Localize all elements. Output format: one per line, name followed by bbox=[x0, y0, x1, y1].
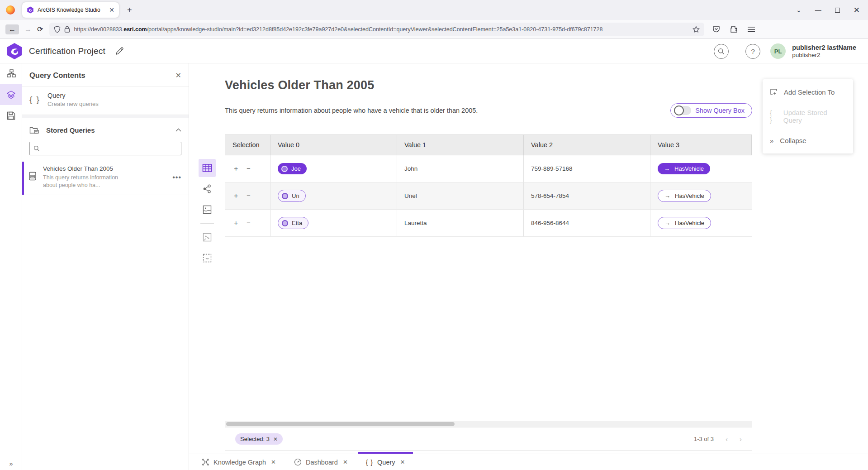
relationship-pill[interactable]: →HasVehicle bbox=[658, 190, 711, 202]
arrow-right-icon: → bbox=[664, 165, 670, 172]
app-window: ArcGIS Knowledge Studio ✕ + ⌄ — ✕ ← → ⟳ … bbox=[0, 0, 868, 470]
column-header: Value 0 bbox=[270, 135, 397, 155]
rail-item-contents[interactable] bbox=[0, 84, 22, 105]
stored-query-item[interactable]: Vehicles Older Than 2005 This query retu… bbox=[22, 162, 189, 195]
more-options-icon[interactable]: ••• bbox=[172, 173, 181, 182]
relationship-pill[interactable]: →HasVehicle bbox=[658, 163, 710, 174]
project-title: Certification Project bbox=[29, 46, 105, 56]
toolstrip-divider bbox=[200, 223, 214, 224]
edit-project-icon[interactable] bbox=[115, 47, 123, 55]
url-text: https://dev0028833.esri.com/portal/apps/… bbox=[74, 26, 689, 33]
column-header: Selection bbox=[225, 135, 270, 155]
add-to-selection-icon[interactable]: ＋ bbox=[232, 219, 239, 227]
lock-icon[interactable] bbox=[64, 26, 70, 33]
toggle-track bbox=[674, 106, 691, 115]
tab-dashboard[interactable]: Dashboard ✕ bbox=[286, 454, 356, 470]
next-page-icon[interactable]: › bbox=[740, 435, 742, 443]
extensions-icon[interactable] bbox=[730, 25, 738, 33]
tab-close-icon[interactable]: ✕ bbox=[271, 459, 276, 465]
forward-button[interactable]: → bbox=[24, 25, 32, 34]
arrow-right-icon: → bbox=[664, 220, 670, 226]
horizontal-scrollbar[interactable] bbox=[225, 421, 752, 427]
remove-from-selection-icon[interactable]: − bbox=[247, 192, 251, 200]
previous-page-icon[interactable]: ‹ bbox=[726, 435, 728, 443]
stored-queries-title: Stored Queries bbox=[46, 126, 169, 134]
menu-item-add-selection-to[interactable]: Add Selection To bbox=[763, 82, 853, 102]
avatar[interactable]: PL bbox=[770, 43, 786, 59]
tracking-shield-icon[interactable] bbox=[54, 26, 61, 33]
tab-close-icon[interactable]: ✕ bbox=[109, 6, 114, 14]
app-favicon-icon bbox=[27, 6, 34, 14]
selected-count-chip[interactable]: Selected: 3✕ bbox=[235, 433, 283, 445]
maximize-icon[interactable] bbox=[835, 8, 840, 13]
stored-queries-search[interactable] bbox=[29, 142, 181, 155]
table-row[interactable]: ＋− Joe John 759-889-57168 →HasVehicle bbox=[225, 155, 752, 182]
cell-phone: 578-654-7854 bbox=[524, 182, 650, 209]
tab-close-icon[interactable]: ✕ bbox=[400, 459, 405, 465]
query-braces-icon: { } bbox=[29, 95, 40, 105]
tab-query[interactable]: { } Query ✕ bbox=[358, 454, 413, 470]
stored-query-description: This query returns information about peo… bbox=[43, 174, 133, 189]
select-tool-button[interactable] bbox=[199, 249, 216, 267]
relationship-pill[interactable]: →HasVehicle bbox=[658, 217, 711, 229]
window-close-icon[interactable]: ✕ bbox=[854, 5, 860, 15]
search-input[interactable] bbox=[43, 145, 177, 152]
menu-hamburger-icon[interactable] bbox=[748, 26, 755, 33]
help-button[interactable]: ? bbox=[745, 44, 760, 59]
list-tabs-icon[interactable]: ⌄ bbox=[796, 6, 802, 14]
toggle-label: Show Query Box bbox=[695, 107, 745, 114]
tab-knowledge-graph[interactable]: Knowledge Graph ✕ bbox=[194, 454, 284, 470]
new-query-item[interactable]: { } Query Create new queries bbox=[22, 86, 189, 115]
menu-item-update-stored-query[interactable]: { } Update Stored Query bbox=[763, 102, 853, 130]
browser-tab[interactable]: ArcGIS Knowledge Studio ✕ bbox=[22, 2, 119, 18]
cell-name: John bbox=[397, 155, 524, 182]
scrollbar-thumb[interactable] bbox=[226, 422, 455, 426]
add-to-link-chart-button[interactable] bbox=[199, 228, 216, 246]
stored-queries-header[interactable]: Stored Queries bbox=[22, 118, 189, 142]
braces-icon: { } bbox=[770, 109, 777, 124]
tab-close-icon[interactable]: ✕ bbox=[343, 459, 348, 465]
query-item-title: Query bbox=[47, 92, 99, 99]
panel-close-icon[interactable]: ✕ bbox=[175, 71, 181, 80]
table-row[interactable]: ＋− Uri Uriel 578-654-7854 →HasVehicle bbox=[225, 182, 752, 210]
stored-query-file-icon bbox=[28, 172, 37, 181]
remove-from-selection-icon[interactable]: − bbox=[247, 219, 251, 227]
link-chart-view-button[interactable] bbox=[199, 180, 216, 198]
rail-item-project-tree[interactable] bbox=[0, 63, 22, 84]
clear-selection-icon[interactable]: ✕ bbox=[273, 436, 278, 442]
remove-from-selection-icon[interactable]: − bbox=[247, 164, 251, 173]
minimize-icon[interactable]: — bbox=[815, 6, 821, 14]
search-button[interactable] bbox=[714, 44, 729, 59]
content-tab-bar: Knowledge Graph ✕ Dashboard ✕ { } Query … bbox=[189, 454, 868, 470]
column-header: Value 1 bbox=[397, 135, 524, 155]
user-name: publisher2 lastName bbox=[792, 43, 856, 52]
browser-toolbar: ← → ⟳ https://dev0028833.esri.com/portal… bbox=[0, 20, 868, 39]
table-view-button[interactable] bbox=[199, 159, 216, 177]
new-tab-button[interactable]: + bbox=[127, 5, 132, 15]
user-subtitle: publisher2 bbox=[792, 52, 856, 59]
save-icon bbox=[7, 111, 15, 120]
user-info[interactable]: publisher2 lastName publisher2 bbox=[792, 43, 856, 59]
entity-dot-icon bbox=[282, 193, 288, 199]
pocket-icon[interactable] bbox=[712, 25, 720, 33]
menu-item-collapse[interactable]: » Collapse bbox=[763, 130, 853, 151]
show-query-box-toggle[interactable]: Show Query Box bbox=[670, 103, 752, 118]
panel-title: Query Contents bbox=[29, 71, 175, 80]
map-view-button[interactable] bbox=[199, 201, 216, 219]
expand-rail-icon[interactable]: » bbox=[0, 460, 22, 467]
chevron-up-icon bbox=[175, 128, 181, 132]
browser-tab-title: ArcGIS Knowledge Studio bbox=[38, 7, 105, 13]
add-to-selection-icon[interactable]: ＋ bbox=[232, 192, 239, 200]
url-bar[interactable]: https://dev0028833.esri.com/portal/apps/… bbox=[49, 23, 704, 36]
firefox-icon[interactable] bbox=[6, 5, 15, 14]
table-row[interactable]: ＋− Etta Lauretta 846-956-8644 →HasVehicl… bbox=[225, 210, 752, 237]
back-button[interactable]: ← bbox=[5, 24, 19, 34]
reload-button[interactable]: ⟳ bbox=[37, 25, 43, 34]
entity-pill[interactable]: Joe bbox=[278, 163, 307, 174]
add-to-selection-icon[interactable]: ＋ bbox=[232, 164, 239, 173]
bookmark-star-icon[interactable] bbox=[693, 26, 700, 33]
rail-item-save[interactable] bbox=[0, 105, 22, 126]
double-chevron-right-icon: » bbox=[770, 137, 773, 144]
entity-pill[interactable]: Etta bbox=[278, 217, 308, 229]
entity-pill[interactable]: Uri bbox=[278, 190, 306, 202]
